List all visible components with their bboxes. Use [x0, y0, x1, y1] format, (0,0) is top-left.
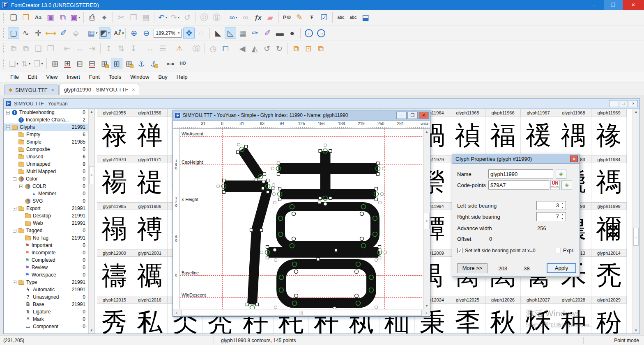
- properties-button[interactable]: P⚙: [281, 12, 293, 23]
- metrics-lock-button[interactable]: ⊞: [99, 58, 110, 69]
- apply-button[interactable]: Apply: [547, 263, 576, 273]
- preview-text-button[interactable]: A▾: [111, 27, 123, 39]
- web-check-button[interactable]: abc: [347, 12, 359, 23]
- scroll-thumb[interactable]: ≡: [424, 213, 430, 229]
- lsb-stepper[interactable]: 3▲▼: [536, 201, 566, 210]
- lsb-point-checkbox[interactable]: ✓: [457, 248, 462, 253]
- spinner-arrows-icon[interactable]: ▲▼: [560, 212, 565, 221]
- collapse-icon[interactable]: −: [6, 126, 10, 129]
- chevron-down-icon[interactable]: ▾: [166, 16, 167, 19]
- fill-tool[interactable]: ⬙: [70, 27, 81, 39]
- tag-icon[interactable]: ◈: [561, 180, 572, 190]
- lasso-tool[interactable]: ∿: [20, 27, 32, 39]
- menu-help[interactable]: Help: [172, 72, 192, 82]
- dialog-close-button[interactable]: x: [570, 155, 578, 162]
- validate-toggle-button[interactable]: ☑: [318, 12, 330, 23]
- scroll-left-icon[interactable]: ‹: [173, 311, 180, 315]
- sidebar-item-composite[interactable]: Composite0: [4, 146, 94, 153]
- chevron-down-icon[interactable]: ▾: [29, 62, 30, 66]
- rect-select-tool[interactable]: ▢: [8, 27, 19, 39]
- font-overview-button[interactable]: Aa: [32, 12, 44, 23]
- flip-horizontal-button[interactable]: ◀: [237, 43, 248, 54]
- glyph-cell-11965[interactable]: glyph11965禎: [450, 109, 485, 155]
- glyph-cell-11956[interactable]: glyph11956禅: [132, 109, 168, 155]
- glyph-cell-11986[interactable]: glyph11986禣: [132, 202, 168, 249]
- menu-edit[interactable]: Edit: [23, 72, 41, 82]
- contour-mode-button[interactable]: ◣: [212, 27, 224, 39]
- dialog-title[interactable]: Glyph Properties (glyph #11990): [452, 154, 580, 164]
- paste-button[interactable]: ▤: [140, 12, 152, 23]
- insert-image-button[interactable]: ▦: [237, 27, 248, 39]
- align-left-button[interactable]: ⇤: [62, 43, 73, 54]
- cut-button[interactable]: ✂: [115, 12, 127, 23]
- intersection-button[interactable]: ⊡: [303, 43, 314, 54]
- sidebar-item-base[interactable]: BBase21991: [4, 301, 94, 308]
- link-button[interactable]: ∞▾: [228, 12, 239, 23]
- menu-tools[interactable]: Tools: [104, 72, 126, 82]
- text-tool-button[interactable]: Ŧ: [306, 12, 317, 23]
- sidebar-item-incomplete[interactable]: ⚑Incomplete0: [4, 249, 94, 256]
- metrics-lsb-button[interactable]: ⊞: [62, 58, 73, 69]
- sidebar-item-tagged[interactable]: −Tagged0: [4, 227, 94, 234]
- point-link-button[interactable]: ⊶: [165, 58, 176, 69]
- scroll-thumb[interactable]: ≡: [633, 228, 639, 246]
- send-back-button[interactable]: ❐: [45, 43, 56, 54]
- glyph-cell-11968[interactable]: glyph11968禑: [556, 109, 591, 155]
- kerning-button[interactable]: HO: [177, 58, 189, 69]
- sidebar-item-incomplete-chara-[interactable]: !Incomplete Chara...2: [4, 116, 94, 123]
- eraser-button[interactable]: ▰: [264, 12, 276, 23]
- unlink-button[interactable]: ∞: [240, 12, 251, 23]
- glyph-close-button[interactable]: ✕: [419, 112, 429, 119]
- glyph-grid-button[interactable]: ⊞: [111, 58, 122, 69]
- anchor-lock-button[interactable]: ⚓: [148, 58, 159, 69]
- sidebar-item-troubleshooting[interactable]: −!Troubleshooting0: [4, 109, 94, 116]
- zoom-level-combo[interactable]: 189.27%▾: [154, 29, 182, 38]
- chevron-down-icon[interactable]: ▾: [178, 16, 179, 19]
- sidebar-item-workspace[interactable]: ⚑Workspace0: [4, 271, 94, 279]
- sidebar-item-simple[interactable]: Simple21985: [4, 138, 94, 146]
- ellipse-tool[interactable]: ●: [286, 27, 298, 39]
- collapse-icon[interactable]: −: [13, 281, 16, 284]
- glyph-cell-11999[interactable]: glyph11999禰: [591, 202, 627, 249]
- expr-checkbox[interactable]: [556, 248, 561, 253]
- sidebar-item-member[interactable]: ▲Member0: [4, 190, 94, 197]
- sidebar-item-automatic[interactable]: ϟAutomatic21991: [4, 286, 94, 293]
- scroll-down-icon[interactable]: ▼: [89, 327, 94, 334]
- sidebar-item-unassigned[interactable]: ?Unassigned0: [4, 293, 94, 301]
- glyph-cell-12001[interactable]: glyph12001禲: [132, 249, 168, 296]
- transform-again-button[interactable]: ◷: [207, 43, 219, 54]
- spelling-button[interactable]: abc: [335, 12, 347, 23]
- tree-scrollbar[interactable]: ▲ ≡ ▼: [88, 109, 94, 334]
- back-button[interactable]: ←: [303, 27, 315, 39]
- sidebar-item-review[interactable]: ⚑Review0: [4, 264, 94, 271]
- tab-1[interactable]: ✱SIMYOU.TTF×: [4, 85, 59, 95]
- pan-tool[interactable]: ✛: [32, 27, 44, 39]
- open-font-button[interactable]: ❐: [20, 12, 32, 23]
- notes-button[interactable]: ✎: [294, 12, 305, 23]
- glyph-cell-12025[interactable]: glyph12025秊: [450, 296, 485, 334]
- menu-file[interactable]: File: [6, 72, 23, 82]
- flip-vertical-button[interactable]: ◭: [249, 43, 260, 54]
- new-font-button[interactable]: ❏: [8, 12, 19, 23]
- glyph-cell-12016[interactable]: glyph12016私: [132, 296, 168, 334]
- scroll-up-icon[interactable]: ▲: [89, 109, 94, 115]
- glyph-cell-11984[interactable]: glyph11984禡: [591, 155, 627, 202]
- scroll-up-icon[interactable]: ▲: [423, 129, 430, 135]
- background-button[interactable]: ▦▾: [87, 27, 98, 39]
- glyph-minimize-button[interactable]: –: [396, 112, 407, 119]
- spinner-arrows-icon[interactable]: ▲▼: [560, 201, 565, 210]
- collapse-icon[interactable]: −: [13, 177, 16, 181]
- chevron-down-icon[interactable]: ▾: [108, 31, 110, 35]
- exclusion-button[interactable]: ⧉: [315, 43, 327, 54]
- zoom-region-button[interactable]: ◌: [196, 27, 207, 39]
- glyph-cell-11955[interactable]: glyph11955禄: [97, 109, 132, 155]
- glyph-transform-button[interactable]: Ⓖ: [191, 43, 202, 54]
- chevron-down-icon[interactable]: ▾: [96, 31, 97, 35]
- align-top-button[interactable]: ↥: [103, 43, 115, 54]
- ungroup-button[interactable]: ⧉: [20, 43, 32, 54]
- scroll-down-icon[interactable]: ▼: [423, 303, 430, 309]
- fit-window-button[interactable]: ✥: [183, 27, 195, 39]
- save-button[interactable]: ▣: [45, 12, 56, 23]
- menu-view[interactable]: View: [41, 72, 62, 82]
- menu-buy[interactable]: Buy: [154, 72, 172, 82]
